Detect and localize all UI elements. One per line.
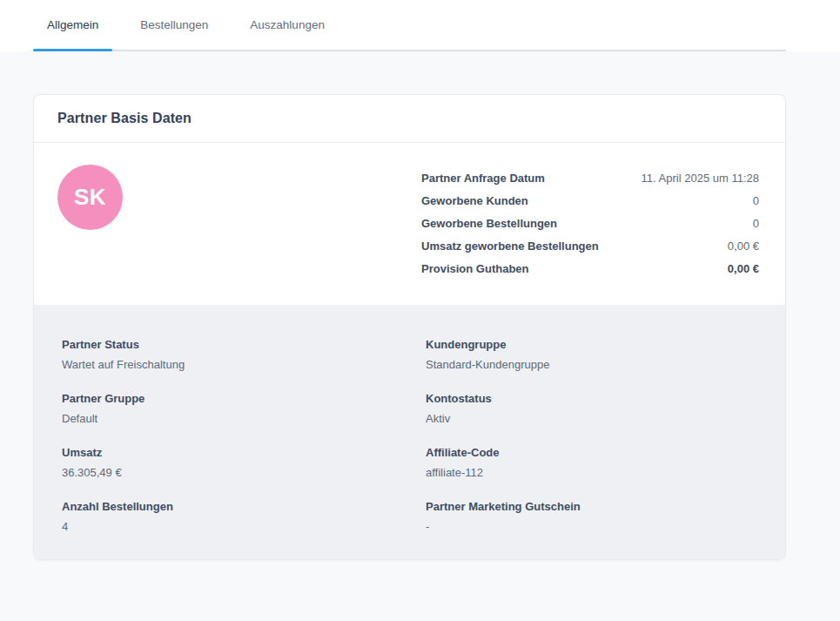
detail-field: Partner StatusWartet auf Freischaltung (62, 336, 426, 374)
partner-avatar: SK (57, 165, 123, 230)
detail-value: - (426, 518, 759, 536)
tab-label: Allgemein (47, 18, 98, 31)
detail-label: Kundengruppe (426, 336, 759, 354)
summary-value: 0,00 € (728, 258, 759, 280)
detail-field: Affiliate-Codeaffiliate-112 (426, 444, 759, 482)
summary-row: Geworbene Bestellungen0 (421, 213, 759, 235)
summary-value: 11. April 2025 um 11:28 (642, 167, 759, 190)
detail-label: Affiliate-Code (426, 444, 759, 462)
detail-value: Default (62, 410, 426, 428)
card-header: Partner Basis Daten (34, 95, 785, 143)
detail-label: Umsatz (62, 444, 426, 462)
detail-value: Standard-Kundengruppe (426, 356, 759, 374)
detail-field: Umsatz36.305,49 € (62, 444, 426, 482)
summary-row: Geworbene Kunden0 (421, 190, 759, 213)
detail-label: Partner Status (62, 336, 426, 354)
partner-detail-page: AllgemeinBestellungenAuszahlungen Partne… (0, 0, 840, 560)
detail-label: Partner Marketing Gutschein (426, 498, 759, 516)
card-body: SK Partner Anfrage Datum11. April 2025 u… (34, 143, 785, 305)
detail-label: Kontostatus (426, 390, 759, 408)
detail-field: Partner Marketing Gutschein- (426, 498, 759, 536)
summary-value: 0 (753, 213, 759, 235)
detail-value: affiliate-112 (426, 464, 759, 482)
detail-field: Anzahl Bestellungen4 (62, 498, 426, 536)
tab-allgemein[interactable]: Allgemein (33, 0, 112, 50)
summary-value: 0,00 € (728, 235, 759, 258)
detail-field: KontostatusAktiv (426, 390, 759, 428)
tab-bestellungen[interactable]: Bestellungen (126, 0, 222, 50)
tab-label: Bestellungen (140, 18, 208, 31)
card-title: Partner Basis Daten (57, 111, 192, 126)
summary-label: Geworbene Bestellungen (421, 213, 557, 235)
tab-label: Auszahlungen (250, 18, 325, 31)
summary-row: Umsatz geworbene Bestellungen0,00 € (421, 235, 759, 258)
detail-label: Partner Gruppe (62, 390, 426, 408)
detail-field: KundengruppeStandard-Kundengruppe (426, 336, 759, 374)
detail-value: Wartet auf Freischaltung (62, 356, 426, 374)
details-grid: Partner StatusWartet auf FreischaltungKu… (34, 305, 785, 559)
detail-value: Aktiv (426, 410, 759, 428)
tab-auszahlungen[interactable]: Auszahlungen (236, 0, 339, 50)
tab-bar: AllgemeinBestellungenAuszahlungen (0, 0, 840, 51)
summary-value: 0 (753, 190, 759, 213)
detail-label: Anzahl Bestellungen (62, 498, 426, 516)
summary-label: Geworbene Kunden (421, 190, 528, 213)
detail-field: Partner GruppeDefault (62, 390, 426, 428)
summary-label: Provision Guthaben (421, 258, 529, 280)
partner-basis-daten-card: Partner Basis Daten SK Partner Anfrage D… (33, 94, 786, 560)
summary-label: Umsatz geworbene Bestellungen (421, 235, 599, 258)
summary-row: Partner Anfrage Datum11. April 2025 um 1… (421, 167, 759, 190)
summary-row: Provision Guthaben0,00 € (421, 258, 759, 280)
tab-list: AllgemeinBestellungenAuszahlungen (33, 0, 786, 51)
summary-list: Partner Anfrage Datum11. April 2025 um 1… (421, 165, 759, 280)
content-area: Partner Basis Daten SK Partner Anfrage D… (0, 51, 840, 560)
summary-label: Partner Anfrage Datum (421, 167, 545, 190)
detail-value: 4 (62, 518, 426, 536)
avatar-initials: SK (74, 184, 106, 211)
detail-value: 36.305,49 € (62, 464, 426, 482)
